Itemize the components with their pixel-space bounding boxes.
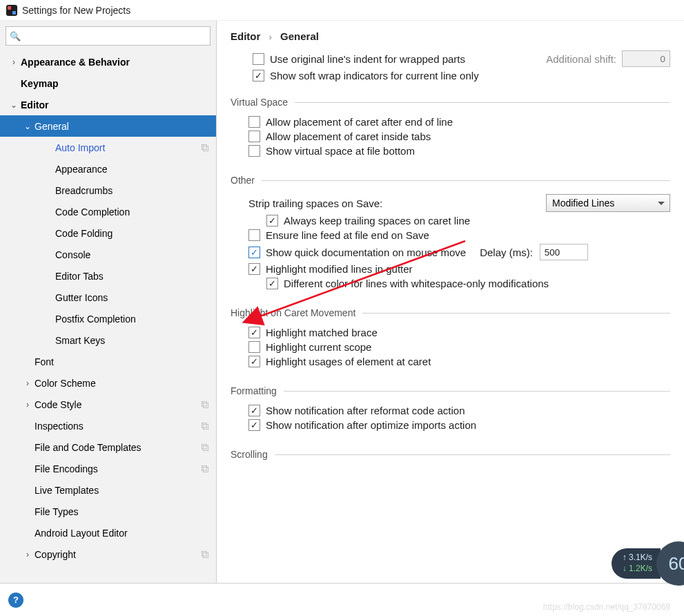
highlight-caret-section: Highlight on Caret Movement Highlight ma… bbox=[231, 307, 670, 370]
chevron-icon: › bbox=[21, 378, 35, 388]
sidebar-item-label: Live Templates bbox=[35, 485, 209, 496]
sidebar-item-editor[interactable]: ⌄Editor bbox=[0, 94, 216, 115]
diff-color-ws-checkbox[interactable] bbox=[266, 278, 278, 289]
highlight-caret-legend: Highlight on Caret Movement bbox=[231, 307, 362, 318]
formatting-section: Formatting Show notification after refor… bbox=[231, 385, 670, 434]
chevron-icon: › bbox=[21, 400, 35, 410]
sidebar-item-file-types[interactable]: File Types bbox=[0, 501, 216, 522]
sidebar-item-postfix-completion[interactable]: Postfix Completion bbox=[0, 308, 216, 329]
sidebar-item-label: Smart Keys bbox=[55, 335, 209, 346]
additional-shift-label: Additional shift: bbox=[546, 53, 616, 65]
settings-sidebar: 🔍 ›Appearance & BehaviorKeymap⌄Editor⌄Ge… bbox=[0, 21, 217, 583]
app-icon bbox=[6, 4, 18, 17]
strip-trailing-label: Strip trailing spaces on Save: bbox=[248, 198, 382, 209]
quick-doc-checkbox[interactable] bbox=[248, 247, 260, 258]
usages-at-caret-checkbox[interactable] bbox=[248, 356, 260, 367]
sidebar-item-code-completion[interactable]: Code Completion bbox=[0, 201, 216, 222]
sidebar-item-label: Font bbox=[35, 356, 209, 367]
help-button[interactable]: ? bbox=[8, 593, 23, 608]
sidebar-item-label: Postfix Completion bbox=[55, 314, 209, 325]
sidebar-item-live-templates[interactable]: Live Templates bbox=[0, 479, 216, 501]
sidebar-item-label: Color Scheme bbox=[35, 378, 209, 389]
sidebar-item-gutter-icons[interactable]: Gutter Icons bbox=[0, 287, 216, 308]
chevron-icon: ⌄ bbox=[21, 122, 35, 131]
current-scope-checkbox[interactable] bbox=[248, 341, 260, 353]
sidebar-item-copyright[interactable]: ›Copyright⿻ bbox=[0, 543, 216, 565]
breadcrumb: Editor › General bbox=[217, 21, 684, 48]
strip-trailing-select[interactable]: Modified Lines bbox=[546, 194, 670, 212]
softwrap-indicators-checkbox[interactable] bbox=[253, 70, 264, 81]
sidebar-item-android-layout-editor[interactable]: Android Layout Editor bbox=[0, 522, 216, 543]
sidebar-item-breadcrumbs[interactable]: Breadcrumbs bbox=[0, 180, 216, 201]
sidebar-item-label: General bbox=[35, 121, 209, 132]
sidebar-item-keymap[interactable]: Keymap bbox=[0, 73, 216, 94]
breadcrumb-root[interactable]: Editor bbox=[231, 30, 260, 42]
highlight-modified-checkbox[interactable] bbox=[248, 263, 260, 275]
chevron-icon: › bbox=[7, 57, 21, 67]
breadcrumb-leaf: General bbox=[280, 30, 319, 42]
virtual-space-section: Virtual Space Allow placement of caret a… bbox=[231, 97, 670, 160]
sidebar-item-file-encodings[interactable]: File Encodings⿻ bbox=[0, 458, 216, 479]
notify-optimize-checkbox[interactable] bbox=[248, 419, 260, 431]
use-original-indent-label: Use original line's indent for wrapped p… bbox=[270, 53, 465, 65]
use-original-indent-checkbox[interactable] bbox=[253, 53, 264, 65]
sidebar-item-appearance-behavior[interactable]: ›Appearance & Behavior bbox=[0, 51, 216, 73]
always-keep-trailing-checkbox[interactable] bbox=[266, 215, 278, 227]
scrolling-legend: Scrolling bbox=[231, 449, 275, 460]
caret-after-eol-checkbox[interactable] bbox=[248, 116, 260, 128]
sidebar-item-general[interactable]: ⌄General bbox=[0, 115, 216, 137]
delay-input[interactable] bbox=[540, 244, 588, 260]
project-level-icon: ⿻ bbox=[202, 443, 209, 452]
scrolling-section: Scrolling bbox=[231, 449, 670, 465]
caret-inside-tabs-checkbox[interactable] bbox=[248, 131, 260, 142]
virtual-space-bottom-checkbox[interactable] bbox=[248, 145, 260, 157]
sidebar-item-label: Inspections bbox=[35, 421, 202, 432]
chevron-right-icon: › bbox=[269, 32, 272, 42]
sidebar-item-label: Editor Tabs bbox=[55, 271, 209, 282]
sidebar-item-console[interactable]: Console bbox=[0, 244, 216, 265]
virtual-space-legend: Virtual Space bbox=[231, 97, 295, 108]
sidebar-item-inspections[interactable]: Inspections⿻ bbox=[0, 415, 216, 436]
window-title: Settings for New Projects bbox=[22, 5, 130, 16]
settings-tree[interactable]: ›Appearance & BehaviorKeymap⌄Editor⌄Gene… bbox=[0, 51, 216, 583]
formatting-legend: Formatting bbox=[231, 385, 284, 396]
settings-content: Use original line's indent for wrapped p… bbox=[217, 48, 684, 583]
sidebar-item-file-and-code-templates[interactable]: File and Code Templates⿻ bbox=[0, 436, 216, 458]
search-input[interactable] bbox=[6, 26, 211, 46]
matched-brace-checkbox[interactable] bbox=[248, 327, 260, 338]
ensure-lf-checkbox[interactable] bbox=[248, 229, 260, 241]
sidebar-item-label: Console bbox=[55, 249, 209, 260]
sidebar-item-smart-keys[interactable]: Smart Keys bbox=[0, 329, 216, 351]
sidebar-item-label: File and Code Templates bbox=[35, 442, 202, 453]
sidebar-item-code-style[interactable]: ›Code Style⿻ bbox=[0, 394, 216, 415]
delay-label: Delay (ms): bbox=[480, 247, 533, 258]
notify-reformat-checkbox[interactable] bbox=[248, 405, 260, 416]
search-icon: 🔍 bbox=[10, 31, 21, 41]
sidebar-item-label: Breadcrumbs bbox=[55, 185, 209, 196]
additional-shift-input[interactable] bbox=[622, 50, 670, 67]
sidebar-item-label: Appearance & Behavior bbox=[21, 57, 209, 68]
svg-rect-1 bbox=[8, 6, 11, 10]
network-speed-widget: ↑ 3.1K/s ↓ 1.2K/s 60 bbox=[612, 541, 684, 586]
other-legend: Other bbox=[231, 175, 262, 186]
sidebar-item-label: File Types bbox=[35, 506, 209, 517]
sidebar-item-font[interactable]: Font bbox=[0, 351, 216, 372]
sidebar-item-editor-tabs[interactable]: Editor Tabs bbox=[0, 265, 216, 287]
speed-gauge: 60 bbox=[656, 541, 684, 586]
sidebar-item-color-scheme[interactable]: ›Color Scheme bbox=[0, 372, 216, 394]
window-titlebar: Settings for New Projects bbox=[0, 0, 684, 21]
project-level-icon: ⿻ bbox=[202, 550, 209, 559]
sidebar-item-label: Editor bbox=[21, 99, 209, 110]
sidebar-item-appearance[interactable]: Appearance bbox=[0, 158, 216, 180]
sidebar-item-auto-import[interactable]: Auto Import⿻ bbox=[0, 137, 216, 158]
download-speed: ↓ 1.2K/s bbox=[623, 564, 652, 575]
sidebar-item-label: Appearance bbox=[55, 164, 209, 175]
sidebar-item-label: File Encodings bbox=[35, 463, 202, 474]
sidebar-item-label: Android Layout Editor bbox=[35, 528, 209, 539]
sidebar-item-label: Code Style bbox=[35, 399, 202, 410]
watermark: https://blog.csdn.net/qq_37870069 bbox=[543, 602, 670, 612]
chevron-icon: › bbox=[21, 550, 35, 559]
project-level-icon: ⿻ bbox=[202, 422, 209, 430]
sidebar-item-label: Gutter Icons bbox=[55, 292, 209, 303]
sidebar-item-code-folding[interactable]: Code Folding bbox=[0, 222, 216, 244]
